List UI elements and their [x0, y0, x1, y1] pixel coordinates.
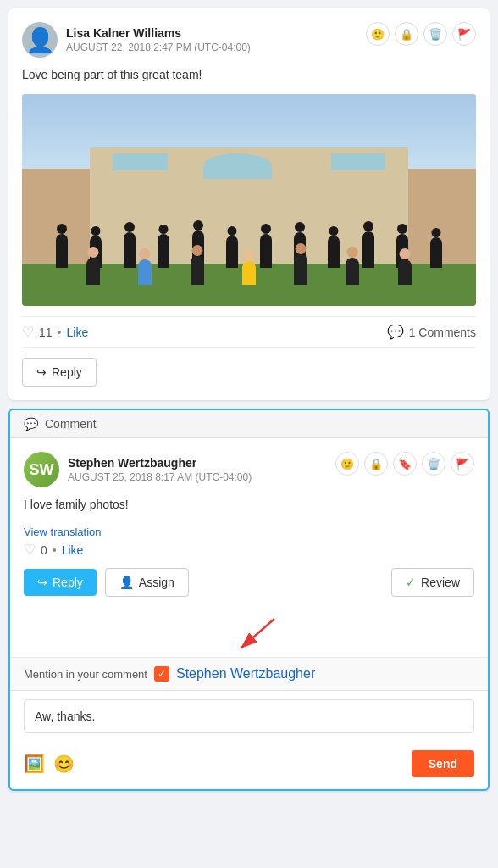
emoji-icon[interactable]: 😊 — [53, 754, 75, 774]
post-user-info: 👤 Lisa Kalner Williams AUGUST 22, 2018 2… — [22, 22, 251, 58]
review-button[interactable]: ✓ Review — [391, 568, 474, 597]
post-text: Love being part of this great team! — [22, 66, 476, 84]
flag-icon[interactable]: 🚩 — [452, 22, 476, 46]
add-image-icon[interactable]: 🖼️ — [24, 754, 45, 774]
mention-checkbox[interactable]: ✓ — [154, 666, 169, 682]
avatar-person-icon: 👤 — [25, 26, 55, 54]
comment-bookmark-icon[interactable]: 🔖 — [393, 452, 417, 476]
comment-user-info: SW Stephen Wertzbaugher AUGUST 25, 2018 … — [24, 452, 252, 487]
post-image — [22, 94, 476, 306]
delete-icon[interactable]: 🗑️ — [423, 22, 447, 46]
user-details: Lisa Kalner Williams AUGUST 22, 2018 2:4… — [66, 26, 251, 53]
comment-like-button[interactable]: Like — [62, 543, 84, 557]
reply-label: Reply — [52, 365, 82, 379]
post-card-1: 👤 Lisa Kalner Williams AUGUST 22, 2018 2… — [8, 8, 490, 400]
comment-delete-icon[interactable]: 🗑️ — [422, 452, 445, 476]
comment-post-header: SW Stephen Wertzbaugher AUGUST 25, 2018 … — [24, 452, 474, 487]
assign-button[interactable]: 👤 Assign — [105, 568, 189, 597]
post-action-icons: 🙂 🔒 🗑️ 🚩 — [366, 22, 476, 46]
comment-reply-label: Reply — [53, 576, 83, 589]
mention-name: Stephen Wertzbaugher — [176, 666, 315, 682]
comment-lock-icon[interactable]: 🔒 — [364, 452, 388, 476]
input-tools: 🖼️ 😊 — [24, 754, 75, 774]
lock-icon[interactable]: 🔒 — [395, 22, 418, 46]
reply-input-area — [10, 690, 488, 742]
reply-arrow-icon: ↪ — [36, 365, 47, 379]
likes-section: ♡ 11 • Like — [22, 324, 88, 340]
comment-card: 💬 Comment SW Stephen Wertzbaugher AUGUST… — [8, 409, 490, 791]
post-header: 👤 Lisa Kalner Williams AUGUST 22, 2018 2… — [22, 22, 476, 58]
reactions-bar: ♡ 11 • Like 💬 1 Comments — [22, 316, 476, 348]
reply-section: ↪ Reply — [22, 358, 476, 387]
comment-emoji-icon[interactable]: 🙂 — [335, 452, 359, 476]
comment-likes: ♡ 0 • Like — [24, 542, 474, 558]
comment-timestamp: AUGUST 25, 2018 8:17 AM (UTC-04:00) — [68, 471, 252, 483]
username: Lisa Kalner Williams — [66, 26, 251, 40]
dot-separator: • — [58, 326, 62, 339]
like-button[interactable]: Like — [66, 326, 88, 339]
timestamp: AUGUST 22, 2018 2:47 PM (UTC-04:00) — [66, 42, 251, 53]
likes-count: 11 — [39, 326, 53, 339]
comments-count: 💬 1 Comments — [387, 324, 476, 340]
comment-action-icons: 🙂 🔒 🔖 🗑️ 🚩 — [335, 452, 474, 476]
comment-header-bar: 💬 Comment — [10, 410, 488, 438]
assign-person-icon: 👤 — [119, 576, 134, 589]
svg-line-1 — [241, 619, 274, 648]
comment-heart-icon: ♡ — [24, 542, 36, 558]
comment-section-label: Comment — [45, 417, 97, 431]
assign-label: Assign — [139, 576, 174, 589]
arrow-indicator-section — [10, 610, 488, 657]
comment-user-details: Stephen Wertzbaugher AUGUST 25, 2018 8:1… — [68, 456, 252, 483]
comments-count-text: 1 Comments — [409, 326, 476, 339]
avatar: 👤 — [22, 22, 58, 58]
red-arrow-svg — [198, 615, 300, 657]
mention-bar: Mention in your comment ✓ Stephen Wertzb… — [10, 657, 488, 690]
comment-flag-icon[interactable]: 🚩 — [451, 452, 474, 476]
mention-label: Mention in your comment — [24, 668, 147, 681]
emoji-reaction-icon[interactable]: 🙂 — [366, 22, 390, 46]
review-label: Review — [421, 576, 460, 589]
comment-text: I love family photos! — [24, 496, 474, 514]
heart-icon: ♡ — [22, 324, 34, 340]
comment-username: Stephen Wertzbaugher — [68, 456, 252, 470]
comment-bubble-icon: 💬 — [387, 324, 404, 340]
comment-action-buttons: ↪ Reply 👤 Assign ✓ Review — [24, 568, 474, 597]
comment-body: SW Stephen Wertzbaugher AUGUST 25, 2018 … — [10, 438, 488, 610]
view-translation-link[interactable]: View translation — [24, 526, 102, 538]
comment-likes-count: 0 — [41, 543, 47, 557]
reply-input[interactable] — [24, 699, 474, 733]
comment-bubble-icon: 💬 — [24, 417, 38, 431]
comment-reply-button[interactable]: ↪ Reply — [24, 569, 97, 596]
send-button[interactable]: Send — [412, 750, 474, 777]
reply-input-footer: 🖼️ 😊 Send — [10, 742, 488, 789]
comment-reply-arrow-icon: ↪ — [37, 576, 47, 589]
comment-avatar: SW — [24, 452, 59, 487]
reply-button[interactable]: ↪ Reply — [22, 358, 97, 387]
review-check-icon: ✓ — [406, 576, 416, 589]
